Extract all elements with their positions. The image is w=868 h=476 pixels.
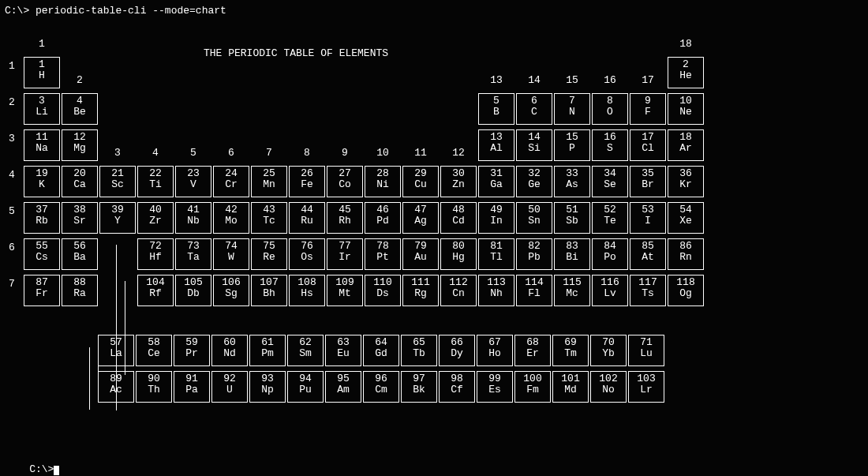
element-symbol: Rf — [138, 288, 173, 299]
element-cell-Sr: 38Sr — [62, 202, 98, 234]
atomic-number: 50 — [517, 204, 552, 216]
connector-line — [116, 245, 117, 410]
element-symbol: Te — [593, 216, 627, 227]
element-symbol: Ag — [403, 216, 438, 227]
atomic-number: 37 — [24, 204, 59, 216]
element-cell-Yb: 70Yb — [590, 335, 627, 366]
atomic-number: 27 — [327, 168, 362, 179]
element-symbol: Dy — [440, 348, 474, 359]
element-cell-P: 15P — [554, 129, 590, 161]
element-symbol: Ho — [477, 348, 512, 359]
period-label-3: 3 — [6, 133, 17, 144]
element-cell-Ta: 73Ta — [175, 238, 211, 270]
element-symbol: Lu — [629, 348, 664, 359]
period-label-6: 6 — [6, 242, 17, 253]
period-label-7: 7 — [6, 278, 17, 290]
atomic-number: 8 — [593, 96, 627, 107]
atomic-number: 110 — [365, 277, 400, 288]
atomic-number: 29 — [403, 168, 438, 179]
element-cell-I: 53I — [630, 202, 666, 234]
element-symbol: W — [214, 252, 249, 263]
element-cell-Mc: 115Mc — [554, 275, 590, 306]
element-cell-Lv: 116Lv — [592, 275, 628, 306]
element-cell-Cn: 112Cn — [440, 275, 477, 306]
group-label-13: 13 — [478, 74, 514, 86]
element-symbol: B — [479, 107, 514, 118]
element-cell-Pb: 82Pb — [516, 238, 552, 270]
element-cell-Re: 75Re — [251, 238, 287, 270]
element-symbol: Hf — [138, 252, 173, 263]
element-symbol: Se — [593, 179, 627, 190]
element-symbol: Hs — [290, 288, 324, 299]
atomic-number: 45 — [327, 204, 362, 216]
atomic-number: 9 — [630, 96, 665, 107]
element-cell-Mn: 25Mn — [251, 166, 287, 197]
group-label-15: 15 — [554, 74, 590, 86]
group-label-18: 18 — [668, 38, 704, 50]
element-symbol: Pu — [288, 384, 323, 395]
element-cell-Eu: 63Eu — [325, 335, 361, 366]
atomic-number: 68 — [515, 337, 550, 348]
atomic-number: 16 — [593, 132, 627, 143]
atomic-number: 53 — [630, 204, 665, 216]
element-cell-Nd: 60Nd — [211, 335, 248, 366]
atomic-number: 4 — [62, 96, 97, 107]
element-cell-Br: 35Br — [630, 166, 666, 197]
atomic-number: 74 — [214, 241, 249, 252]
element-cell-Sc: 21Sc — [99, 166, 136, 197]
element-cell-Rf: 104Rf — [137, 275, 174, 306]
group-label-10: 10 — [365, 147, 401, 159]
period-label-4: 4 — [6, 169, 17, 181]
atomic-number: 75 — [252, 241, 286, 252]
element-cell-Tm: 69Tm — [552, 335, 589, 366]
element-symbol: Ne — [668, 107, 703, 118]
group-label-17: 17 — [630, 74, 666, 86]
atomic-number: 17 — [630, 132, 665, 143]
element-symbol: Sg — [214, 288, 249, 299]
atomic-number: 59 — [174, 337, 209, 348]
element-symbol: C — [517, 107, 552, 118]
atomic-number: 77 — [327, 241, 362, 252]
element-symbol: Ge — [517, 179, 552, 190]
element-symbol: In — [479, 216, 514, 227]
element-cell-Ag: 47Ag — [402, 202, 439, 234]
element-symbol: Li — [24, 107, 59, 118]
element-symbol: Md — [553, 384, 588, 395]
element-symbol: Al — [479, 143, 514, 154]
element-cell-Sb: 51Sb — [554, 202, 590, 234]
element-symbol: Fl — [517, 288, 552, 299]
element-symbol: Mg — [62, 143, 97, 154]
element-symbol: Yb — [591, 348, 626, 359]
element-cell-Ru: 44Ru — [289, 202, 325, 234]
atomic-number: 72 — [138, 241, 173, 252]
element-symbol: Pa — [174, 384, 209, 395]
atomic-number: 47 — [403, 204, 438, 216]
atomic-number: 1 — [24, 59, 59, 70]
element-cell-He: 2He — [668, 57, 704, 88]
group-label-5: 5 — [175, 147, 211, 159]
element-cell-Zr: 40Zr — [137, 202, 174, 234]
element-cell-Cs: 55Cs — [24, 238, 60, 270]
element-cell-Fl: 114Fl — [516, 275, 552, 306]
atomic-number: 64 — [364, 337, 398, 348]
command-prompt-bottom[interactable]: C:\> — [5, 452, 59, 476]
element-cell-Nb: 41Nb — [175, 202, 211, 234]
atomic-number: 28 — [365, 168, 400, 179]
element-cell-Sm: 62Sm — [287, 335, 324, 366]
atomic-number: 92 — [212, 373, 247, 384]
atomic-number: 32 — [517, 168, 552, 179]
element-symbol: Ba — [62, 252, 97, 263]
atomic-number: 82 — [517, 241, 552, 252]
element-symbol: Kr — [668, 179, 703, 190]
element-symbol: Ga — [479, 179, 514, 190]
element-symbol: Er — [515, 348, 550, 359]
connector-line — [98, 347, 99, 373]
atomic-number: 7 — [555, 96, 589, 107]
atomic-number: 105 — [176, 277, 211, 288]
atomic-number: 48 — [441, 204, 476, 216]
atomic-number: 20 — [62, 168, 97, 179]
element-cell-Ti: 22Ti — [137, 166, 174, 197]
element-symbol: Np — [250, 384, 285, 395]
terminal-screen: { "prompt_top": "C:\\> periodic-table-cl… — [0, 0, 868, 476]
atomic-number: 26 — [290, 168, 324, 179]
